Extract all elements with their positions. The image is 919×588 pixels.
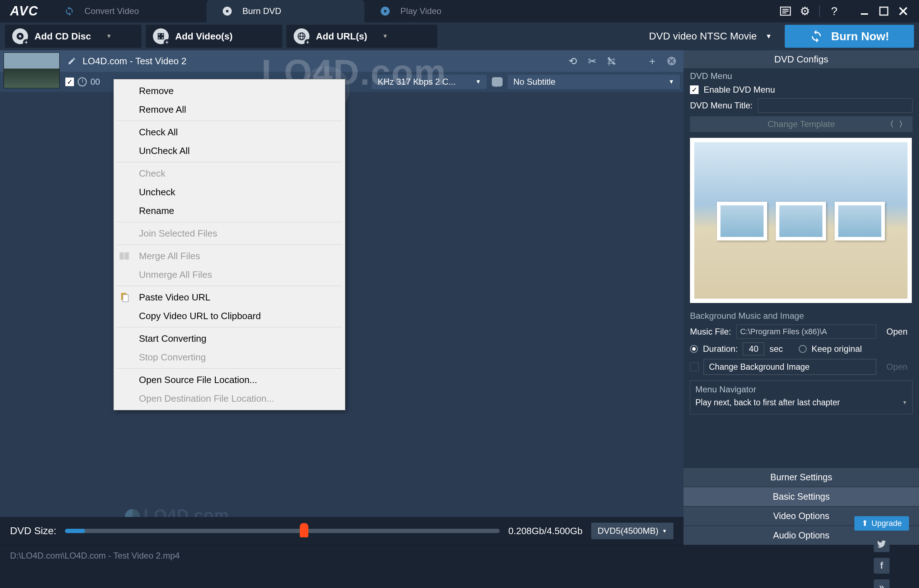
- refresh-icon[interactable]: ⟲: [567, 55, 579, 67]
- svg-rect-28: [123, 295, 128, 302]
- duration-radio[interactable]: [690, 345, 698, 353]
- app-logo: AVC: [0, 3, 48, 19]
- size-slider[interactable]: [65, 529, 500, 533]
- chevron-down-icon: ▼: [382, 33, 388, 39]
- radio-label: Keep original: [812, 344, 862, 354]
- svg-rect-7: [861, 13, 868, 15]
- video-thumbnail[interactable]: [3, 52, 60, 88]
- burn-now-button[interactable]: Burn Now!: [785, 25, 914, 48]
- upgrade-icon: ⬆: [862, 519, 868, 528]
- tab-label: Play Video: [400, 6, 441, 16]
- tab-convert-video[interactable]: Convert Video: [48, 0, 207, 22]
- dropdown-label: Play next, back to first after last chap…: [695, 398, 840, 407]
- template-prev-button[interactable]: 〈: [885, 119, 895, 129]
- minimize-icon[interactable]: [856, 3, 872, 19]
- accordion-burner[interactable]: Burner Settings: [683, 467, 919, 487]
- add-videos-button[interactable]: Add Video(s): [146, 25, 282, 48]
- menu-navigator-dropdown[interactable]: Play next, back to first after last chap…: [695, 394, 907, 410]
- ctx-start-convert[interactable]: Start Converting: [114, 329, 345, 348]
- svg-rect-8: [880, 7, 888, 15]
- button-label: Add Video(s): [175, 31, 233, 42]
- add-icon[interactable]: ＋: [646, 55, 658, 67]
- help-icon[interactable]: ?: [826, 3, 842, 19]
- ctx-rename[interactable]: Rename: [114, 201, 345, 220]
- ctx-remove-all[interactable]: Remove All: [114, 100, 345, 119]
- tab-burn-dvd[interactable]: Burn DVD: [207, 0, 364, 22]
- chevron-down-icon: ▼: [766, 33, 772, 40]
- size-marker-icon: [300, 523, 308, 537]
- template-next-button[interactable]: 〉: [898, 119, 908, 129]
- unit-label: sec: [769, 344, 783, 354]
- ctx-remove[interactable]: Remove: [114, 81, 345, 100]
- ctx-uncheck-all[interactable]: UnCheck All: [114, 141, 345, 160]
- template-frame: [717, 202, 767, 241]
- profile-label: DVD video NTSC Movie: [649, 31, 757, 42]
- template-preview[interactable]: [690, 138, 912, 303]
- ctx-uncheck[interactable]: Uncheck: [114, 183, 345, 201]
- duration-input[interactable]: 40: [743, 342, 764, 355]
- cut-icon[interactable]: ✂: [586, 55, 598, 67]
- remove-icon[interactable]: [665, 55, 678, 67]
- subtitle-icon: [492, 77, 502, 87]
- status-bar: D:\LO4D.com\LO4D.com - Test Video 2.mp4 …: [0, 545, 919, 566]
- ctx-check-all[interactable]: Check All: [114, 123, 345, 141]
- video-checkbox[interactable]: ✓: [65, 78, 74, 86]
- video-list-panel: LO4D.com LO4D.com - Test Video 2 ⟲ ✂ ＋ ✓…: [0, 50, 683, 545]
- change-template-bar[interactable]: Change Template 〈 〉: [690, 116, 913, 132]
- ctx-stop-convert: Stop Converting: [114, 348, 345, 367]
- pencil-icon[interactable]: [68, 57, 76, 65]
- field-label: DVD Menu Title:: [690, 100, 753, 111]
- refresh-icon: [809, 29, 823, 43]
- dvd-size-bar: DVD Size: 0.208Gb/4.500Gb DVD5(4500MB) ▼: [0, 517, 683, 545]
- more-icon[interactable]: »: [874, 579, 890, 588]
- add-cd-disc-button[interactable]: Add CD Disc ▼: [5, 25, 141, 48]
- titlebar: AVC Convert Video Burn DVD Play Video ⚙ …: [0, 0, 919, 22]
- maximize-icon[interactable]: [876, 3, 892, 19]
- facebook-icon[interactable]: f: [874, 558, 890, 573]
- ctx-copy-url[interactable]: Copy Video URL to Clipboard: [114, 307, 345, 325]
- svg-rect-26: [124, 252, 129, 260]
- button-label: Upgrade: [872, 519, 902, 528]
- tab-label: Burn DVD: [242, 6, 281, 16]
- section-label: Background Music and Image: [690, 311, 913, 321]
- chevron-down-icon: ▼: [662, 528, 667, 534]
- menu-title-input[interactable]: [758, 99, 913, 113]
- globe-add-icon: [294, 28, 309, 44]
- ctx-unmerge-all: Unmerge All Files: [114, 265, 345, 284]
- button-label: Burn Now!: [831, 30, 889, 43]
- gear-icon[interactable]: ⚙: [797, 3, 813, 19]
- dropdown-label: KHz 317 Kbps 2 C...: [378, 77, 455, 87]
- status-path: D:\LO4D.com\LO4D.com - Test Video 2.mp4: [10, 551, 180, 561]
- disc-type-dropdown[interactable]: DVD5(4500MB) ▼: [591, 523, 674, 539]
- accordion-basic[interactable]: Basic Settings: [683, 487, 919, 506]
- dvd-profile-dropdown[interactable]: DVD video NTSC Movie ▼: [640, 26, 780, 47]
- upgrade-button[interactable]: ⬆ Upgrade: [854, 516, 909, 531]
- open-music-button[interactable]: Open: [881, 327, 913, 337]
- svg-rect-25: [120, 252, 124, 260]
- audio-track-dropdown[interactable]: KHz 317 Kbps 2 C... ▼: [372, 75, 487, 89]
- add-urls-button[interactable]: Add URL(s) ▼: [286, 25, 437, 48]
- button-label: Change Template: [767, 119, 835, 129]
- change-bg-button[interactable]: Change Background Image: [704, 359, 876, 375]
- music-file-field[interactable]: C:\Program Files (x86)\A: [736, 325, 877, 339]
- tab-play-video[interactable]: Play Video: [364, 0, 522, 22]
- log-icon[interactable]: [778, 3, 793, 19]
- subtitle-dropdown[interactable]: No Subtitle ▼: [507, 75, 680, 89]
- svg-rect-16: [162, 34, 163, 35]
- change-bg-checkbox[interactable]: [690, 363, 699, 371]
- crop-icon[interactable]: [605, 55, 617, 67]
- chevron-down-icon: ▼: [902, 399, 907, 405]
- ctx-open-source[interactable]: Open Source File Location...: [114, 370, 345, 389]
- twitter-icon[interactable]: [874, 536, 890, 552]
- svg-point-1: [226, 10, 229, 13]
- chevron-down-icon: ▼: [669, 79, 674, 85]
- film-add-icon: [153, 28, 169, 44]
- close-icon[interactable]: [895, 3, 911, 19]
- section-label: DVD Menu: [690, 71, 913, 81]
- enable-menu-checkbox[interactable]: ✓: [690, 86, 699, 94]
- keep-original-radio[interactable]: [799, 345, 807, 353]
- ctx-paste-url[interactable]: Paste Video URL: [114, 288, 345, 307]
- radio-label: Duration:: [703, 344, 738, 354]
- paste-icon: [119, 291, 130, 303]
- button-label: Add URL(s): [316, 31, 367, 42]
